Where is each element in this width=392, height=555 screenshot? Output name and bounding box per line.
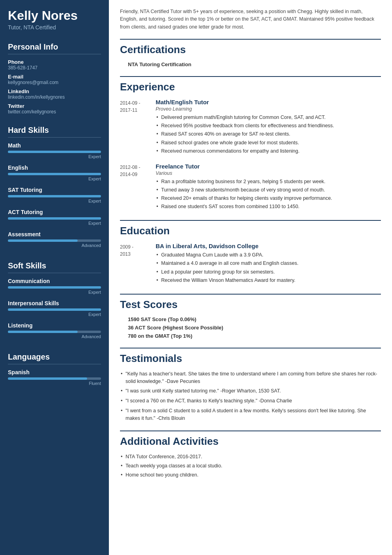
- exp-date-end-1: 2014-09: [120, 172, 137, 177]
- edu-dates-0: 2009 - 2013: [120, 243, 156, 285]
- activity-2: Home school two young children.: [120, 471, 381, 479]
- phone-item: Phone 385-628-1747: [8, 59, 101, 71]
- testimonials-title: Testimonials: [120, 352, 381, 365]
- skill-listening-level: Advanced: [8, 334, 101, 339]
- skill-sat: SAT Tutoring Expert: [8, 187, 101, 203]
- exp-row-1: 2012-08 - 2014-09 Freelance Tutor Variou…: [120, 163, 381, 212]
- skill-interpersonal-bar-fill: [8, 308, 101, 311]
- edu-bullets-0: Graduated Magna Cum Laude with a 3.9 GPA…: [156, 251, 381, 284]
- sidebar-header: Kelly Nores Tutor, NTA Certified: [0, 0, 109, 37]
- hard-skills-section: Hard Skills Math Expert English Expert S…: [0, 120, 109, 256]
- exp-bullet-1-1: Turned away 3 new students/month because…: [156, 186, 381, 193]
- certifications-section: Certifications NTA Tutoring Certificatio…: [120, 39, 381, 67]
- edu-bullet-0-1: Maintained a 4.0 average in all core mat…: [156, 260, 381, 267]
- additional-activities-section: Additional Activities NTA Tutor Conferen…: [120, 431, 381, 478]
- languages-section: Languages Spanish Fluent: [0, 347, 109, 394]
- skill-act: ACT Tutoring Expert: [8, 209, 101, 226]
- skill-interpersonal-level: Expert: [8, 312, 101, 317]
- skill-act-level: Expert: [8, 221, 101, 226]
- additional-activities-list: NTA Tutor Conference, 2016-2017. Teach w…: [120, 453, 381, 478]
- test-scores-title: Test Scores: [120, 299, 381, 311]
- test-scores-section: Test Scores 1590 SAT Score (Top 0.06%) 3…: [120, 294, 381, 339]
- activity-0: NTA Tutor Conference, 2016-2017.: [120, 453, 381, 461]
- skill-assessment-bar-fill: [8, 239, 78, 242]
- skill-communication-bar-bg: [8, 286, 101, 289]
- email-value: kellygnores@gmail.com: [8, 80, 101, 85]
- exp-bullet-0-2: Raised SAT scores 40% on average for SAT…: [156, 130, 381, 138]
- twitter-value: twitter.com/kellygnores: [8, 109, 101, 115]
- exp-company-1: Various: [156, 170, 381, 176]
- skill-assessment-bar-bg: [8, 239, 101, 242]
- exp-title-0: Math/English Tutor: [156, 99, 381, 105]
- exp-company-0: Proveo Learning: [156, 106, 381, 112]
- soft-skills-section: Soft Skills Communication Expert Interpe…: [0, 256, 109, 347]
- personal-info-section: Personal Info Phone 385-628-1747 E-mail …: [0, 37, 109, 120]
- experience-title: Experience: [120, 81, 381, 93]
- skill-english-bar-fill: [8, 173, 101, 175]
- exp-date-start-0: 2014-09 -: [120, 100, 140, 106]
- skill-math-bar-bg: [8, 151, 101, 153]
- skill-spanish-bar-fill: [8, 377, 87, 380]
- phone-value: 385-628-1747: [8, 65, 101, 71]
- education-section: Education 2009 - 2013 BA in Liberal Arts…: [120, 220, 381, 285]
- twitter-item: Twitter twitter.com/kellygnores: [8, 103, 101, 115]
- skill-interpersonal-name: Interpersonal Skills: [8, 300, 101, 306]
- skill-listening-bar-fill: [8, 331, 78, 333]
- exp-bullets-0: Delivered premium math/English tutoring …: [156, 114, 381, 155]
- exp-bullet-1-0: Ran a profitable tutoring business for 2…: [156, 178, 381, 185]
- edu-bullet-0-2: Led a popular peer tutoring group for si…: [156, 268, 381, 276]
- skill-assessment-level: Advanced: [8, 243, 101, 248]
- exp-row-0: 2014-09 - 2017-11 Math/English Tutor Pro…: [120, 99, 381, 156]
- skill-listening: Listening Advanced: [8, 322, 101, 339]
- personal-info-title: Personal Info: [8, 42, 101, 54]
- skill-spanish-name: Spanish: [8, 369, 101, 375]
- testimonial-3: "I went from a solid C student to a soli…: [120, 407, 381, 422]
- skill-communication-bar-fill: [8, 286, 101, 289]
- sidebar: Kelly Nores Tutor, NTA Certified Persona…: [0, 0, 109, 555]
- languages-title: Languages: [8, 352, 101, 364]
- edu-details-0: BA in Liberal Arts, Davidson College Gra…: [156, 243, 381, 285]
- testimonials-section: Testimonials "Kelly has a teacher's hear…: [120, 348, 381, 422]
- skill-act-bar-bg: [8, 217, 101, 220]
- candidate-name: Kelly Nores: [8, 9, 101, 23]
- test-score-1: 36 ACT Score (Highest Score Possible): [120, 325, 381, 331]
- twitter-label: Twitter: [8, 103, 101, 109]
- test-score-0: 1590 SAT Score (Top 0.06%): [120, 316, 381, 322]
- skill-act-name: ACT Tutoring: [8, 209, 101, 215]
- exp-details-0: Math/English Tutor Proveo Learning Deliv…: [156, 99, 381, 156]
- skill-listening-name: Listening: [8, 322, 101, 329]
- exp-bullet-0-4: Received numerous commendations for empa…: [156, 147, 381, 155]
- skill-english: English Expert: [8, 165, 101, 181]
- skill-math-bar-fill: [8, 151, 101, 153]
- testimonial-0: "Kelly has a teacher's heart. She takes …: [120, 370, 381, 385]
- phone-label: Phone: [8, 59, 101, 65]
- email-item: E-mail kellygnores@gmail.com: [8, 74, 101, 85]
- skill-sat-name: SAT Tutoring: [8, 187, 101, 193]
- skill-interpersonal: Interpersonal Skills Expert: [8, 300, 101, 317]
- exp-bullet-0-0: Delivered premium math/English tutoring …: [156, 114, 381, 121]
- skill-communication-name: Communication: [8, 278, 101, 284]
- exp-bullet-0-1: Received 95% positive feedback from clie…: [156, 122, 381, 129]
- skill-math: Math Expert: [8, 142, 101, 159]
- edu-date-end-0: 2013: [120, 251, 131, 257]
- cert-item-0: NTA Tutoring Certification: [120, 61, 381, 67]
- skill-english-bar-bg: [8, 173, 101, 175]
- skill-listening-bar-bg: [8, 331, 101, 333]
- candidate-title: Tutor, NTA Certified: [8, 24, 101, 31]
- experience-section: Experience 2014-09 - 2017-11 Math/Englis…: [120, 76, 381, 211]
- edu-bullet-0-3: Received the William Vinson Mathematics …: [156, 277, 381, 284]
- skill-english-name: English: [8, 165, 101, 171]
- skill-assessment-name: Assessment: [8, 231, 101, 237]
- skill-interpersonal-bar-bg: [8, 308, 101, 311]
- edu-row-0: 2009 - 2013 BA in Liberal Arts, Davidson…: [120, 243, 381, 285]
- education-title: Education: [120, 225, 381, 237]
- test-score-2: 780 on the GMAT (Top 1%): [120, 333, 381, 339]
- exp-dates-0: 2014-09 - 2017-11: [120, 99, 156, 156]
- skill-communication: Communication Expert: [8, 278, 101, 295]
- email-label: E-mail: [8, 74, 101, 80]
- exp-date-end-0: 2017-11: [120, 107, 137, 113]
- skill-spanish: Spanish Fluent: [8, 369, 101, 386]
- skill-communication-level: Expert: [8, 290, 101, 295]
- edu-bullet-0-0: Graduated Magna Cum Laude with a 3.9 GPA…: [156, 251, 381, 258]
- edu-date-start-0: 2009 -: [120, 244, 133, 250]
